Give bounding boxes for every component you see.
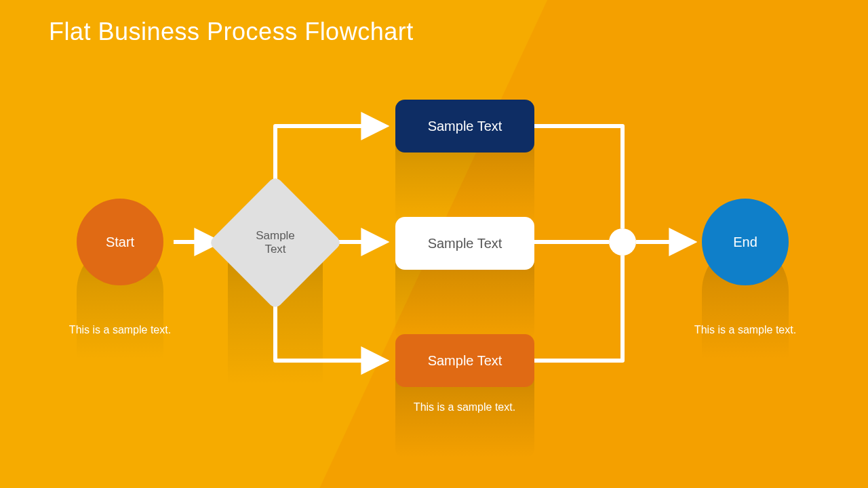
decision-label: Sample Text bbox=[256, 229, 295, 257]
bottom-caption: This is a sample text. bbox=[410, 400, 519, 415]
start-label: Start bbox=[106, 235, 134, 250]
end-caption: This is a sample text. bbox=[691, 323, 800, 338]
start-node: Start bbox=[77, 199, 163, 285]
junction-node bbox=[609, 228, 636, 256]
process-bottom-label: Sample Text bbox=[428, 353, 502, 369]
start-caption: This is a sample text. bbox=[66, 323, 174, 338]
decision-node: Sample Text bbox=[228, 195, 323, 290]
end-label: End bbox=[733, 235, 757, 250]
process-mid-node: Sample Text bbox=[395, 217, 534, 270]
process-top-node: Sample Text bbox=[395, 100, 534, 152]
slide-title: Flat Business Process Flowchart bbox=[49, 18, 414, 46]
process-top-label: Sample Text bbox=[428, 119, 502, 134]
process-bottom-node: Sample Text bbox=[395, 334, 534, 387]
end-node: End bbox=[702, 199, 789, 285]
process-mid-label: Sample Text bbox=[428, 236, 502, 251]
